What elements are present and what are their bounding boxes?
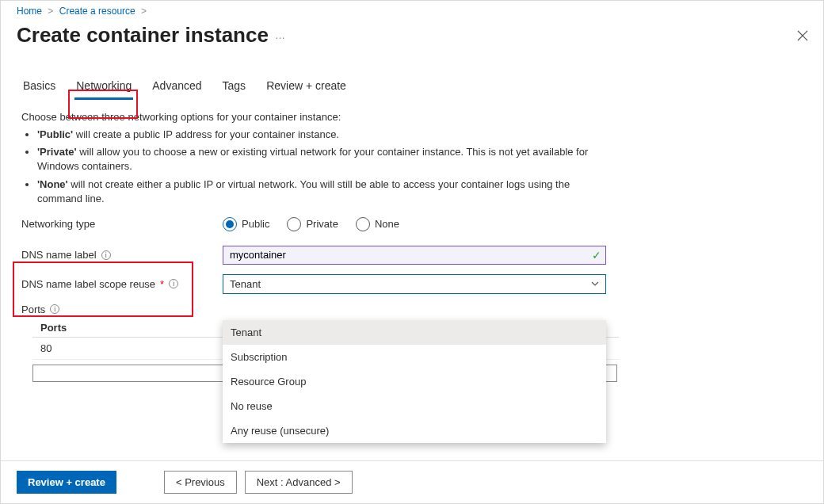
intro-text: Choose between three networking options …	[21, 111, 624, 123]
bullet-none: 'None' will not create either a public I…	[37, 178, 608, 206]
label-networking-type: Networking type	[21, 218, 95, 230]
dns-scope-select[interactable]: Tenant	[223, 274, 606, 294]
more-icon[interactable]: …	[275, 29, 287, 41]
select-value: Tenant	[230, 278, 261, 290]
dropdown-option-subscription[interactable]: Subscription	[223, 345, 606, 369]
dns-scope-dropdown: Tenant Subscription Resource Group No re…	[223, 320, 606, 443]
tab-basics[interactable]: Basics	[21, 74, 57, 100]
label-dns-scope: DNS name label scope reuse	[21, 278, 155, 290]
breadcrumb-create-resource[interactable]: Create a resource	[59, 6, 135, 17]
next-button[interactable]: Next : Advanced >	[245, 471, 353, 494]
dropdown-option-resource-group[interactable]: Resource Group	[223, 369, 606, 394]
info-icon[interactable]: i	[169, 279, 178, 288]
required-mark: *	[160, 278, 164, 290]
tab-tags[interactable]: Tags	[221, 74, 248, 100]
radio-private[interactable]: Private	[287, 217, 338, 231]
page-header: Create container instance …	[1, 17, 823, 48]
row-dns-name: DNS name label i ✓	[21, 246, 823, 265]
info-icon[interactable]: i	[101, 250, 111, 260]
review-create-button[interactable]: Review + create	[17, 471, 116, 494]
page-root: Home > Create a resource > Create contai…	[0, 0, 824, 504]
radio-public[interactable]: Public	[223, 217, 269, 231]
label-dns-name: DNS name label	[21, 249, 97, 261]
tab-review[interactable]: Review + create	[265, 74, 348, 100]
row-networking-type: Networking type Public Private None	[21, 217, 823, 231]
close-icon[interactable]	[796, 29, 809, 42]
dropdown-option-tenant[interactable]: Tenant	[223, 320, 606, 345]
label-ports: Ports	[21, 304, 45, 315]
chevron-right-icon: >	[141, 6, 147, 17]
info-icon[interactable]: i	[50, 304, 59, 314]
wizard-footer: Review + create < Previous Next : Advanc…	[1, 460, 823, 503]
radio-none[interactable]: None	[356, 217, 399, 231]
wizard-tabs: Basics Networking Advanced Tags Review +…	[21, 74, 823, 100]
radio-icon	[223, 217, 237, 231]
row-dns-scope: DNS name label scope reuse * i Tenant	[21, 274, 823, 294]
previous-button[interactable]: < Previous	[164, 471, 237, 494]
radio-icon	[287, 217, 301, 231]
bullet-private: 'Private' will allow you to choose a new…	[37, 145, 608, 174]
chevron-down-icon	[591, 280, 599, 288]
page-title: Create container instance	[17, 23, 269, 48]
dropdown-option-no-reuse[interactable]: No reuse	[223, 394, 606, 418]
bullet-public: 'Public' will create a public IP address…	[37, 128, 608, 142]
dns-name-input[interactable]	[223, 246, 606, 265]
intro-bullets: 'Public' will create a public IP address…	[37, 128, 608, 206]
tab-networking[interactable]: Networking	[74, 74, 133, 100]
checkmark-icon: ✓	[592, 249, 601, 262]
chevron-right-icon: >	[48, 6, 53, 17]
form-area: Networking type Public Private None	[21, 217, 823, 382]
radio-icon	[356, 217, 370, 231]
dropdown-option-any-reuse[interactable]: Any reuse (unsecure)	[223, 418, 606, 443]
breadcrumb: Home > Create a resource >	[1, 1, 823, 17]
tab-advanced[interactable]: Advanced	[151, 74, 203, 100]
breadcrumb-home[interactable]: Home	[17, 6, 42, 17]
networking-type-radiogroup: Public Private None	[223, 217, 399, 231]
